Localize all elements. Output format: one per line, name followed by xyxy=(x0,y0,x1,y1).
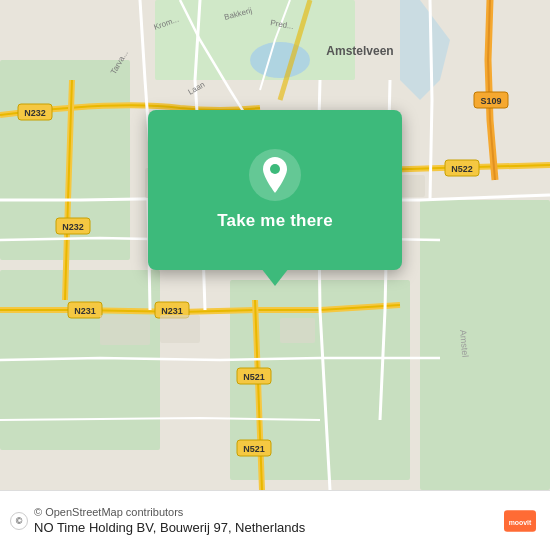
svg-rect-36 xyxy=(280,318,315,343)
bottom-content: © OpenStreetMap contributors NO Time Hol… xyxy=(34,506,305,535)
svg-point-6 xyxy=(250,42,310,78)
svg-text:N521: N521 xyxy=(243,444,265,454)
svg-rect-4 xyxy=(420,200,550,490)
svg-text:N231: N231 xyxy=(161,306,183,316)
svg-text:N522: N522 xyxy=(451,164,473,174)
svg-text:S109: S109 xyxy=(480,96,501,106)
moovit-logo: moovit xyxy=(504,505,536,537)
osm-symbol: © xyxy=(16,516,23,526)
openstreetmap-logo: © xyxy=(10,512,28,530)
attribution-text: © OpenStreetMap contributors xyxy=(34,506,305,518)
svg-text:moovit: moovit xyxy=(509,519,532,526)
svg-text:N231: N231 xyxy=(74,306,96,316)
svg-rect-35 xyxy=(160,315,200,343)
moovit-icon: moovit xyxy=(504,505,536,537)
bottom-bar: © © OpenStreetMap contributors NO Time H… xyxy=(0,490,550,550)
address-text: NO Time Holding BV, Bouwerij 97, Netherl… xyxy=(34,520,305,535)
svg-text:N521: N521 xyxy=(243,372,265,382)
svg-text:Amstelveen: Amstelveen xyxy=(326,44,393,58)
svg-text:N232: N232 xyxy=(24,108,46,118)
take-me-there-button[interactable]: Take me there xyxy=(217,211,333,231)
map-container: N232 N232 N231 N231 N521 N521 N522 S109 … xyxy=(0,0,550,490)
svg-rect-34 xyxy=(100,315,150,345)
bottom-left-section: © © OpenStreetMap contributors NO Time H… xyxy=(10,506,305,535)
svg-point-38 xyxy=(270,164,280,174)
location-pin-icon xyxy=(249,149,301,201)
svg-text:N232: N232 xyxy=(62,222,84,232)
location-popup-card[interactable]: Take me there xyxy=(148,110,402,270)
